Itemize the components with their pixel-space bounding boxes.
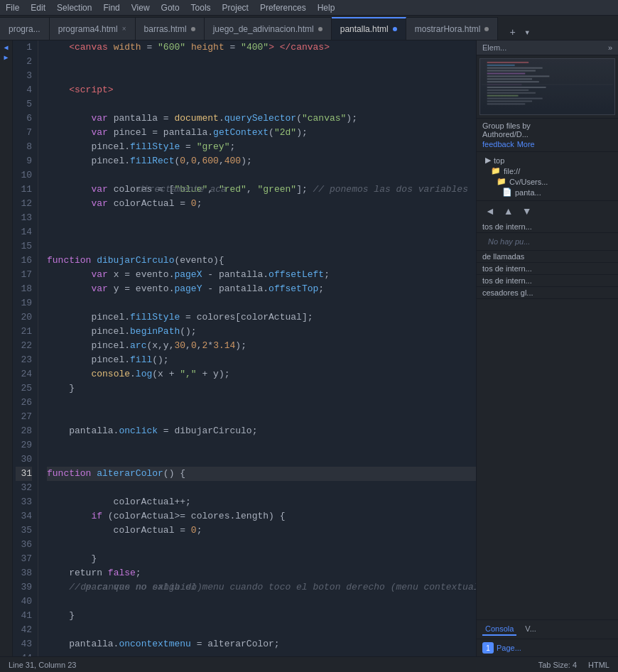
line-num-32: 32 (16, 481, 32, 495)
more-tabs-button[interactable]: ▾ (521, 25, 533, 40)
menu-preferences[interactable]: Preferences (260, 3, 306, 13)
menu-file[interactable]: File (6, 3, 19, 13)
code-line-21: pincel. beginPath (); (47, 325, 476, 339)
tree-file-text: file:// (504, 167, 520, 175)
tab-modified-dot (318, 27, 322, 31)
line-num-8: 8 (16, 140, 32, 154)
svg-rect-10 (487, 90, 529, 91)
no-hay-section: No hay pu... (477, 233, 618, 251)
tab-modified-dot (191, 27, 195, 31)
line-num-21: 21 (16, 325, 32, 339)
menu-tools[interactable]: Tools (191, 3, 211, 13)
tab-juego[interactable]: juego_de_adivinacion.html (205, 17, 332, 40)
gutter-right-arrow[interactable]: ▶ (4, 53, 8, 62)
tab-mostrar[interactable]: mostrarHora.html (406, 17, 499, 40)
line-num-40: 40 (16, 595, 32, 609)
tab-programa4[interactable]: programa4.html × (50, 17, 136, 40)
menu-help[interactable]: Help (318, 3, 335, 13)
menu-selection[interactable]: Selection (57, 3, 92, 13)
line-num-26: 26 (16, 396, 32, 410)
menu-project[interactable]: Project (222, 3, 249, 13)
line-num-39: 39 (16, 580, 32, 595)
right-panel-title: Elem... (482, 43, 506, 52)
tab-consola[interactable]: Consola (482, 623, 516, 636)
nav-back-button[interactable]: ◄ (482, 204, 498, 218)
group-files-section: Group files by Authored/D... feedback Mo… (477, 119, 618, 152)
line-num-2: 2 (16, 55, 32, 69)
tab-programa[interactable]: progra... (0, 17, 50, 40)
add-tab-button[interactable]: + (506, 26, 518, 40)
tree-top-label: ▶ top (482, 155, 612, 166)
line-num-19: 19 (16, 296, 32, 310)
tab-barras[interactable]: barras.html (136, 17, 205, 40)
code-line-27 (47, 410, 476, 424)
code-line-3 (47, 69, 476, 83)
code-line-10 (47, 168, 476, 183)
nav-up-button[interactable]: ▲ (501, 204, 516, 218)
status-line-col: Line 31, Column 23 (9, 661, 76, 669)
line-num-30: 30 (16, 452, 32, 467)
page-badge: 1 (482, 642, 494, 654)
bottom-tabs: Consola V... (477, 619, 618, 639)
line-num-20: 20 (16, 310, 32, 325)
folder-icon: ▶ (485, 156, 491, 165)
line-num-35: 35 (16, 524, 32, 538)
no-hay-label: No hay pu... (482, 234, 612, 249)
code-line-15 (47, 239, 476, 254)
code-line-5 (47, 97, 476, 112)
code-line-20: pincel. fillStyle = colores[colorActual]… (47, 310, 476, 325)
menu-edit[interactable]: Edit (31, 3, 45, 13)
editor-area[interactable]: 1 2 3 4 5 6 7 8 9 10 11 12 13 14 15 16 1… (13, 40, 476, 656)
code-line-2 (47, 55, 476, 69)
tab-close-icon[interactable]: × (122, 25, 126, 33)
tab-v[interactable]: V... (522, 623, 539, 636)
right-panel-header: Elem... » (477, 40, 618, 55)
tree-panta-label[interactable]: 📄 panta... (482, 187, 612, 197)
more-link[interactable]: More (517, 140, 535, 148)
interp-3-label: tos de intern... (482, 276, 612, 285)
code-line-33: colorActual++; (47, 495, 476, 509)
tree-file-label[interactable]: 📁 file:// (482, 166, 612, 176)
interp-section-1: tos de intern... (477, 221, 618, 233)
status-tab-size: Tab Size: 4 (538, 661, 577, 669)
line-num-4: 4 (16, 83, 32, 97)
svg-rect-7 (487, 81, 539, 82)
nav-down-button[interactable]: ▼ (519, 204, 535, 218)
menu-goto[interactable]: Goto (161, 3, 180, 13)
code-line-6: var pantalla = document . querySelector … (47, 112, 476, 126)
line-numbers: 1 2 3 4 5 6 7 8 9 10 11 12 13 14 15 16 1… (13, 40, 38, 656)
code-line-37: } (47, 552, 476, 566)
menu-view[interactable]: View (131, 3, 150, 13)
panel-nav: ◄ ▲ ▼ (477, 201, 618, 221)
tab-label: barras.html (144, 24, 187, 34)
code-line-19 (47, 296, 476, 310)
tab-pantalla[interactable]: pantalla.html (332, 17, 406, 40)
line-num-3: 3 (16, 69, 32, 83)
line-num-17: 17 (16, 268, 32, 282)
gutter-left-arrow[interactable]: ◀ (4, 43, 8, 52)
code-editor[interactable]: <canvas width = "600" height = "400" > <… (38, 40, 476, 656)
file-tree-section: ▶ top 📁 file:// 📁 Cv/Users... 📄 panta... (477, 152, 618, 201)
menu-find[interactable]: Find (103, 3, 119, 13)
feedback-link[interactable]: feedback (482, 140, 514, 148)
page-link[interactable]: Page... (497, 644, 521, 652)
tree-cv-label[interactable]: 📁 Cv/Users... (482, 176, 612, 187)
line-num-1: 1 (16, 40, 32, 55)
code-line-11: var colores = [ "blue" , "red" , "green"… (47, 183, 476, 197)
status-bar: Line 31, Column 23 Tab Size: 4 HTML (0, 656, 618, 672)
code-line-41: } (47, 609, 476, 623)
svg-rect-12 (487, 95, 519, 97)
line-num-28: 28 (16, 424, 32, 438)
cv-folder-icon: 📁 (497, 177, 506, 186)
code-line-35: colorActual = 0 ; (47, 524, 476, 538)
expand-panel-button[interactable]: » (608, 43, 612, 52)
svg-rect-3 (487, 70, 536, 72)
line-num-42: 42 (16, 623, 32, 637)
line-num-7: 7 (16, 126, 32, 140)
code-line-22: pincel. arc (x,y, 30 , 0 , 2 * 3.14 ); (47, 339, 476, 353)
thumbnail-preview (480, 59, 614, 114)
code-line-42 (47, 623, 476, 637)
code-line-40 (47, 595, 476, 609)
code-line-16: function dibujarCirculo (evento){ (47, 254, 476, 268)
code-line-7: var pincel = pantalla. getContext ( "2d"… (47, 126, 476, 140)
